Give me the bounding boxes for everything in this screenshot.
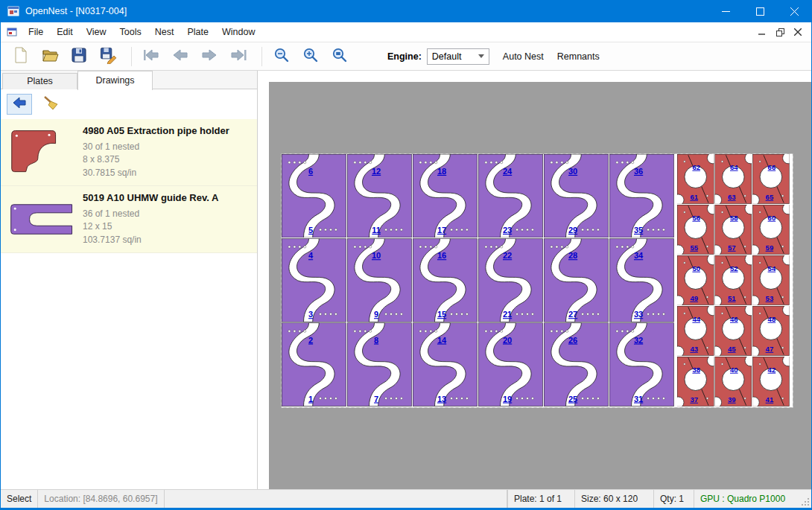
engine-select[interactable]: Default <box>427 48 489 65</box>
menu-item-file[interactable]: File <box>22 22 50 42</box>
drawings-toolbar <box>1 89 257 119</box>
toolbar-separator <box>131 47 132 66</box>
mdi-restore-button[interactable] <box>771 25 789 39</box>
menu-item-tools[interactable]: Tools <box>113 22 148 42</box>
svg-text:2: 2 <box>308 336 313 345</box>
mdi-window-controls <box>753 25 811 39</box>
svg-text:17: 17 <box>437 226 446 235</box>
svg-text:16: 16 <box>437 251 446 260</box>
last-plate-button[interactable] <box>226 45 251 68</box>
save-icon <box>70 46 88 67</box>
svg-text:65: 65 <box>766 193 774 201</box>
svg-text:40: 40 <box>730 366 738 374</box>
drawing-list-item[interactable]: 4980 A05 Extraction pipe holder 30 of 1 … <box>1 119 257 186</box>
remnants-button[interactable]: Remnants <box>557 51 600 62</box>
auto-nest-button[interactable]: Auto Nest <box>503 51 544 62</box>
menu-item-window[interactable]: Window <box>215 22 261 42</box>
zoom-in-button[interactable] <box>298 45 323 68</box>
save-button[interactable] <box>66 45 92 68</box>
svg-text:38: 38 <box>692 366 700 374</box>
clean-drawings-button[interactable] <box>38 94 63 115</box>
toolbar-separator <box>261 47 262 66</box>
app-window: OpenNest - [N0317-004] File Edit View To… <box>0 0 812 510</box>
svg-text:44: 44 <box>692 315 700 323</box>
window-title: OpenNest - [N0317-004] <box>25 6 127 16</box>
save-as-button[interactable] <box>95 45 121 68</box>
svg-text:8: 8 <box>374 336 378 345</box>
plate: 6512111817242330293635431091615222128273… <box>281 153 793 408</box>
svg-text:49: 49 <box>690 294 698 302</box>
prev-plate-button[interactable] <box>168 45 193 68</box>
zoom-fit-button[interactable] <box>327 45 352 68</box>
red-part-shape <box>12 130 56 171</box>
window-close-button[interactable] <box>777 0 811 22</box>
sidebar-tabstrip: Plates Drawings <box>1 71 257 89</box>
svg-text:31: 31 <box>634 395 643 404</box>
drawing-area: 103.7137 sq/in <box>83 234 218 246</box>
svg-text:52: 52 <box>730 264 738 272</box>
first-plate-button[interactable] <box>139 45 164 68</box>
menu-item-nest[interactable]: Nest <box>148 22 181 42</box>
svg-text:58: 58 <box>730 214 738 222</box>
new-icon <box>13 46 29 67</box>
svg-text:41: 41 <box>766 395 774 404</box>
svg-text:61: 61 <box>690 193 698 201</box>
tab-plates[interactable]: Plates <box>2 73 77 89</box>
svg-text:12: 12 <box>372 167 381 176</box>
svg-text:46: 46 <box>730 315 738 323</box>
next-plate-button[interactable] <box>197 45 222 68</box>
svg-text:42: 42 <box>768 366 776 374</box>
new-button[interactable] <box>8 45 34 68</box>
svg-text:22: 22 <box>503 251 512 260</box>
zoom-out-icon <box>273 46 291 67</box>
drawing-nested-count: 36 of 1 nested <box>83 208 218 220</box>
svg-text:10: 10 <box>372 251 381 260</box>
part-thumbnail <box>8 192 77 246</box>
drawing-area: 30.7815 sq/in <box>83 167 229 179</box>
menu-item-view[interactable]: View <box>80 22 113 42</box>
part-thumbnail <box>8 125 77 179</box>
svg-text:15: 15 <box>437 310 446 319</box>
import-drawing-button[interactable] <box>7 94 32 115</box>
svg-text:6: 6 <box>308 167 313 176</box>
drawing-list-item[interactable]: 5019 A10 UHMW guide Rev. A 36 of 1 neste… <box>1 186 257 253</box>
svg-text:24: 24 <box>503 167 513 176</box>
svg-text:23: 23 <box>503 226 512 235</box>
mdi-minimize-button[interactable] <box>753 25 771 39</box>
nest-plate-svg[interactable]: 6512111817242330293635431091615222128273… <box>281 153 793 408</box>
status-size: Size: 60 x 120 <box>574 490 653 508</box>
tab-drawings[interactable]: Drawings <box>77 71 153 90</box>
drawing-nested-count: 30 of 1 nested <box>83 141 229 153</box>
svg-text:45: 45 <box>728 345 736 353</box>
svg-text:4: 4 <box>308 251 314 260</box>
zoom-out-button[interactable] <box>269 45 294 68</box>
svg-text:59: 59 <box>766 243 774 252</box>
svg-text:27: 27 <box>568 310 577 319</box>
svg-text:19: 19 <box>503 395 512 404</box>
svg-text:5: 5 <box>308 226 313 235</box>
window-controls <box>708 0 811 22</box>
menu-item-edit[interactable]: Edit <box>50 22 80 42</box>
menubar: File Edit View Tools Nest Plate Window <box>1 22 811 42</box>
svg-text:39: 39 <box>728 395 736 404</box>
mdi-close-button[interactable] <box>789 25 807 39</box>
open-button[interactable] <box>37 45 63 68</box>
svg-text:30: 30 <box>568 167 577 176</box>
toolbar: Engine: Default Auto Nest Remnants <box>1 42 811 71</box>
svg-text:63: 63 <box>728 193 736 201</box>
open-folder-icon <box>41 46 59 67</box>
zoom-in-icon <box>302 46 320 67</box>
import-arrow-icon <box>11 95 28 113</box>
resize-grip[interactable] <box>799 490 811 508</box>
purple-part-shape <box>11 204 72 234</box>
window-maximize-button[interactable] <box>743 0 777 22</box>
svg-text:51: 51 <box>728 294 736 302</box>
svg-text:48: 48 <box>768 315 776 323</box>
window-minimize-button[interactable] <box>708 0 743 22</box>
nest-canvas[interactable]: 6512111817242330293635431091615222128273… <box>269 82 811 489</box>
broom-icon <box>42 95 59 113</box>
menu-item-plate[interactable]: Plate <box>180 22 215 42</box>
svg-text:36: 36 <box>634 167 643 176</box>
svg-text:50: 50 <box>692 264 700 272</box>
svg-text:54: 54 <box>768 264 776 272</box>
